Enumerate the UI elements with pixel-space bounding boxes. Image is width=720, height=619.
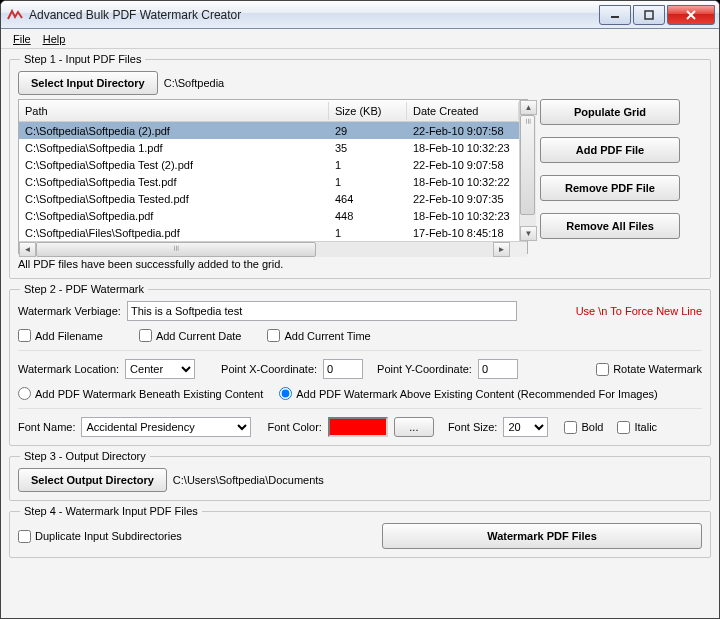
cell-date: 22-Feb-10 9:07:58 [407,158,519,172]
py-label: Point Y-Coordinate: [377,363,472,375]
populate-grid-button[interactable]: Populate Grid [540,99,680,125]
file-grid[interactable]: Path Size (KB) Date Created C:\Softpedia… [18,99,528,254]
cell-date: 17-Feb-10 8:45:18 [407,226,519,240]
newline-hint: Use \n To Force New Line [576,305,702,317]
table-row[interactable]: C:\Softpedia\Softpedia Test (2).pdf122-F… [19,156,519,173]
step1-group: Step 1 - Input PDF Files Select Input Di… [9,53,711,279]
above-radio[interactable]: Add PDF Watermark Above Existing Content… [279,387,658,400]
watermark-pdf-button[interactable]: Watermark PDF Files [382,523,702,549]
bold-checkbox[interactable]: Bold [564,421,603,434]
add-date-checkbox[interactable]: Add Current Date [139,329,242,342]
add-pdf-button[interactable]: Add PDF File [540,137,680,163]
grid-header: Path Size (KB) Date Created [19,100,519,122]
table-row[interactable]: C:\Softpedia\Softpedia.pdf44818-Feb-10 1… [19,207,519,224]
maximize-button[interactable] [633,5,665,25]
col-size[interactable]: Size (KB) [329,102,407,120]
font-name-label: Font Name: [18,421,75,433]
cell-date: 18-Feb-10 10:32:22 [407,175,519,189]
font-name-select[interactable]: Accidental Presidency [81,417,251,437]
cell-path: C:\Softpedia\Softpedia Tested.pdf [19,192,329,206]
cell-size: 29 [329,124,407,138]
verbiage-input[interactable] [127,301,517,321]
verbiage-label: Watermark Verbiage: [18,305,121,317]
table-row[interactable]: C:\Softpedia\Softpedia Test.pdf118-Feb-1… [19,173,519,190]
cell-size: 1 [329,158,407,172]
cell-date: 18-Feb-10 10:32:23 [407,141,519,155]
select-input-dir-button[interactable]: Select Input Directory [18,71,158,95]
horizontal-scrollbar[interactable]: ◄ ► [19,241,527,257]
step4-group: Step 4 - Watermark Input PDF Files Dupli… [9,505,711,558]
svg-rect-1 [645,11,653,19]
step4-legend: Step 4 - Watermark Input PDF Files [20,505,202,517]
table-row[interactable]: C:\Softpedia\Softpedia (2).pdf2922-Feb-1… [19,122,519,139]
step1-legend: Step 1 - Input PDF Files [20,53,145,65]
font-color-browse-button[interactable]: ... [394,417,434,437]
cell-path: C:\Softpedia\Softpedia.pdf [19,209,329,223]
cell-path: C:\Softpedia\Files\Softpedia.pdf [19,226,329,240]
cell-size: 35 [329,141,407,155]
vertical-scrollbar[interactable]: ▲ ▼ [519,100,536,241]
menu-help[interactable]: Help [37,31,72,47]
font-color-swatch [328,417,388,437]
cell-date: 22-Feb-10 9:07:35 [407,192,519,206]
py-input[interactable] [478,359,518,379]
cell-size: 1 [329,175,407,189]
table-row[interactable]: C:\Softpedia\Softpedia Tested.pdf46422-F… [19,190,519,207]
font-size-label: Font Size: [448,421,498,433]
minimize-button[interactable] [599,5,631,25]
table-row[interactable]: C:\Softpedia\Softpedia 1.pdf3518-Feb-10 … [19,139,519,156]
duplicate-subdirs-checkbox[interactable]: Duplicate Input Subdirectories [18,530,182,543]
location-label: Watermark Location: [18,363,119,375]
app-icon [7,7,23,23]
cell-size: 448 [329,209,407,223]
step3-group: Step 3 - Output Directory Select Output … [9,450,711,501]
cell-date: 18-Feb-10 10:32:23 [407,209,519,223]
menu-file[interactable]: File [7,31,37,47]
cell-path: C:\Softpedia\Softpedia Test.pdf [19,175,329,189]
scroll-left-icon[interactable]: ◄ [19,242,36,257]
cell-size: 464 [329,192,407,206]
beneath-radio[interactable]: Add PDF Watermark Beneath Existing Conte… [18,387,263,400]
cell-size: 1 [329,226,407,240]
scroll-up-icon[interactable]: ▲ [520,100,537,115]
px-input[interactable] [323,359,363,379]
rotate-checkbox[interactable]: Rotate Watermark [596,363,702,376]
step2-group: Step 2 - PDF Watermark Watermark Verbiag… [9,283,711,446]
font-color-label: Font Color: [267,421,321,433]
input-dir-path: C:\Softpedia [164,77,225,89]
col-date[interactable]: Date Created [407,102,519,120]
location-select[interactable]: Center [125,359,195,379]
cell-path: C:\Softpedia\Softpedia 1.pdf [19,141,329,155]
step3-legend: Step 3 - Output Directory [20,450,150,462]
output-dir-path: C:\Users\Softpedia\Documents [173,474,324,486]
italic-checkbox[interactable]: Italic [617,421,657,434]
add-filename-checkbox[interactable]: Add Filename [18,329,103,342]
scroll-down-icon[interactable]: ▼ [520,226,537,241]
status-text: All PDF files have been successfully add… [18,258,528,270]
font-size-select[interactable]: 20 [503,417,548,437]
select-output-dir-button[interactable]: Select Output Directory [18,468,167,492]
menubar: File Help [1,29,719,49]
cell-path: C:\Softpedia\Softpedia (2).pdf [19,124,329,138]
col-path[interactable]: Path [19,102,329,120]
remove-pdf-button[interactable]: Remove PDF File [540,175,680,201]
cell-path: C:\Softpedia\Softpedia Test (2).pdf [19,158,329,172]
cell-date: 22-Feb-10 9:07:58 [407,124,519,138]
add-time-checkbox[interactable]: Add Current Time [267,329,370,342]
px-label: Point X-Coordinate: [221,363,317,375]
table-row[interactable]: C:\Softpedia\Files\Softpedia.pdf117-Feb-… [19,224,519,241]
step2-legend: Step 2 - PDF Watermark [20,283,148,295]
titlebar[interactable]: Advanced Bulk PDF Watermark Creator [1,1,719,29]
window-title: Advanced Bulk PDF Watermark Creator [29,8,597,22]
close-button[interactable] [667,5,715,25]
app-window: Advanced Bulk PDF Watermark Creator File… [0,0,720,619]
scroll-right-icon[interactable]: ► [493,242,510,257]
remove-all-button[interactable]: Remove All Files [540,213,680,239]
